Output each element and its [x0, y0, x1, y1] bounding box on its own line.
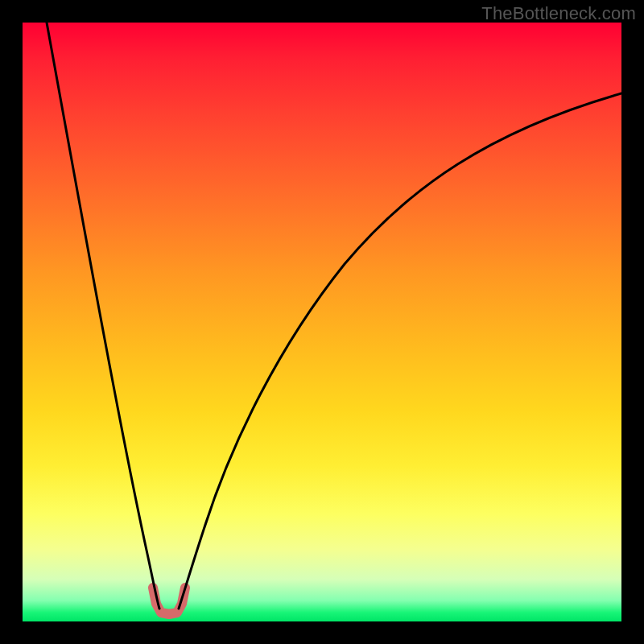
curve-left-branch	[47, 23, 159, 609]
curve-svg	[23, 23, 621, 621]
plot-area	[23, 23, 621, 621]
watermark-text: TheBottleneck.com	[481, 3, 636, 24]
curve-right-branch	[179, 93, 621, 609]
chart-frame: TheBottleneck.com	[0, 0, 644, 644]
